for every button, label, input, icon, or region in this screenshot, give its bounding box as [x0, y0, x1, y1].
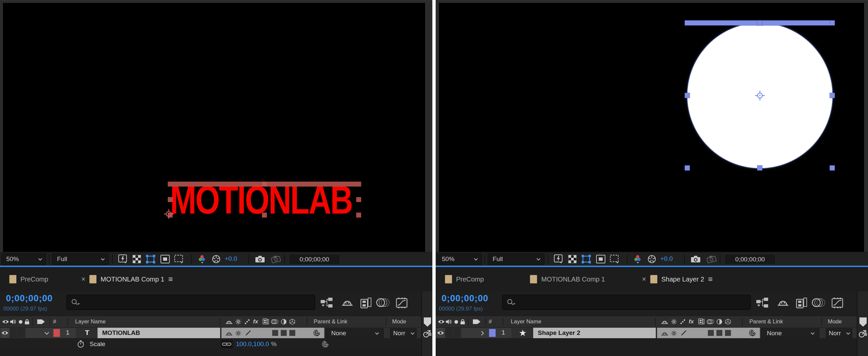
- fast-preview-icon[interactable]: [553, 254, 564, 264]
- snapshot-camera-icon[interactable]: [254, 254, 266, 264]
- collapse-switch-icon[interactable]: [235, 330, 241, 336]
- anchor-point-icon[interactable]: [163, 208, 175, 220]
- expand-chevron-icon[interactable]: [481, 331, 484, 336]
- channels-icon[interactable]: [633, 254, 643, 264]
- selection-handle[interactable]: [830, 21, 835, 25]
- 3d-switch[interactable]: [725, 330, 731, 336]
- close-tab-icon[interactable]: ×: [642, 275, 646, 284]
- selection-handle[interactable]: [356, 213, 361, 217]
- selection-handle[interactable]: [262, 182, 267, 186]
- comp-marker-icon[interactable]: [859, 329, 868, 338]
- constrain-proportions-icon[interactable]: [221, 340, 232, 349]
- tab-shape-layer-2[interactable]: × Shape Layer 2 ≡: [642, 267, 712, 293]
- mini-flowchart-icon[interactable]: [756, 297, 769, 308]
- close-tab-icon[interactable]: ×: [81, 275, 85, 284]
- layer-audio-cell[interactable]: [10, 328, 17, 338]
- effects-switch[interactable]: [708, 330, 714, 336]
- magnification-dropdown[interactable]: 50%: [437, 254, 482, 265]
- property-pickwhip-icon[interactable]: [322, 340, 329, 348]
- mask-visibility-icon[interactable]: [581, 254, 592, 264]
- exposure-value[interactable]: +0.0: [225, 255, 237, 262]
- motion-blur-switch[interactable]: [716, 330, 722, 336]
- layer-row[interactable]: 1 T MOTIONLAB None Norr: [0, 328, 421, 338]
- parent-dropdown[interactable]: None: [761, 328, 819, 338]
- exposure-value[interactable]: +0.0: [660, 255, 673, 262]
- expand-chevron-icon[interactable]: [44, 332, 50, 335]
- motion-blur-switch[interactable]: [281, 330, 287, 336]
- property-label[interactable]: Scale: [90, 340, 105, 348]
- eye-icon[interactable]: [1, 331, 8, 335]
- selection-handle[interactable]: [168, 197, 173, 202]
- show-snapshot-icon[interactable]: [706, 254, 717, 264]
- snapshot-camera-icon[interactable]: [690, 254, 701, 264]
- fast-preview-icon[interactable]: [117, 254, 128, 264]
- selection-handle[interactable]: [830, 93, 835, 98]
- layer-visibility-cell[interactable]: [1, 328, 9, 338]
- layer-lock-cell[interactable]: [18, 328, 25, 338]
- motion-blur-icon[interactable]: [376, 297, 390, 308]
- show-snapshot-icon[interactable]: [270, 254, 281, 264]
- parent-dropdown[interactable]: None: [326, 328, 383, 338]
- selection-handle[interactable]: [685, 166, 690, 171]
- tab-motionlab-comp-1[interactable]: × MOTIONLAB Comp 1 ≡: [81, 267, 172, 293]
- selection-handle[interactable]: [830, 166, 835, 171]
- channels-icon[interactable]: [197, 254, 207, 264]
- resolution-dropdown[interactable]: Full: [52, 254, 109, 265]
- layer-row[interactable]: 1 ★ Shape Layer 2 None Norr: [436, 328, 857, 338]
- guides-icon[interactable]: [159, 254, 171, 264]
- layer-visibility-cell[interactable]: [436, 328, 445, 338]
- comp-marker-icon[interactable]: [423, 329, 432, 338]
- selection-handle[interactable]: [685, 93, 690, 98]
- region-of-interest-icon[interactable]: [173, 254, 185, 264]
- layer-name-field[interactable]: MOTIONLAB: [97, 328, 220, 338]
- magnification-dropdown[interactable]: 50%: [1, 254, 46, 265]
- blend-mode-dropdown[interactable]: Norr: [826, 328, 852, 338]
- effects-switch[interactable]: [272, 330, 278, 336]
- search-box[interactable]: [502, 295, 751, 310]
- comp-marker-bin-icon[interactable]: [859, 317, 867, 327]
- selection-handle[interactable]: [262, 213, 267, 217]
- scale-value[interactable]: 100.0,100.0%: [236, 340, 277, 348]
- search-box[interactable]: [67, 295, 315, 310]
- layer-audio-cell[interactable]: [445, 328, 453, 338]
- collapse-switch-icon[interactable]: [671, 330, 677, 336]
- motion-blur-icon[interactable]: [811, 297, 826, 308]
- exposure-icon[interactable]: [647, 254, 656, 264]
- panel-menu-icon[interactable]: ≡: [708, 274, 712, 284]
- 3d-switch[interactable]: [289, 330, 295, 336]
- layer-lock-cell[interactable]: [454, 328, 461, 338]
- tab-precomp[interactable]: PreComp: [9, 267, 48, 291]
- current-time-display[interactable]: 0;00;00;00: [441, 293, 488, 304]
- graph-editor-icon[interactable]: [831, 297, 844, 308]
- tab-precomp[interactable]: PreComp: [445, 267, 484, 291]
- selection-handle[interactable]: [356, 182, 361, 186]
- selection-handle[interactable]: [757, 21, 762, 25]
- layer-name-field[interactable]: Shape Layer 2: [533, 328, 656, 338]
- guides-icon[interactable]: [595, 254, 606, 264]
- mask-visibility-icon[interactable]: [145, 254, 156, 264]
- parent-pickwhip-icon[interactable]: [313, 329, 320, 336]
- blend-mode-dropdown[interactable]: Norr: [390, 328, 416, 338]
- frame-blending-icon[interactable]: [360, 297, 372, 308]
- resolution-dropdown[interactable]: Full: [488, 254, 545, 265]
- mini-flowchart-icon[interactable]: [320, 297, 333, 308]
- tab-motionlab-comp-1[interactable]: MOTIONLAB Comp 1: [530, 267, 605, 291]
- shy-switch-icon[interactable]: [661, 331, 668, 336]
- selection-handle[interactable]: [757, 166, 762, 171]
- panel-menu-icon[interactable]: ≡: [168, 274, 173, 284]
- selection-handle[interactable]: [356, 197, 361, 202]
- search-input[interactable]: [83, 298, 295, 306]
- exposure-icon[interactable]: [212, 254, 221, 264]
- comp-marker-bin-icon[interactable]: [423, 317, 432, 327]
- anchor-point-icon[interactable]: [754, 90, 766, 101]
- current-time-display[interactable]: 0;00;00;00: [6, 293, 53, 304]
- shy-switch-icon[interactable]: [225, 331, 232, 336]
- parent-pickwhip-icon[interactable]: [749, 329, 756, 336]
- search-input[interactable]: [518, 298, 731, 306]
- frame-blending-icon[interactable]: [796, 297, 807, 308]
- shy-icon[interactable]: [341, 297, 353, 307]
- transparency-grid-icon[interactable]: [567, 254, 578, 264]
- viewer-timecode[interactable]: 0;00;00;00: [289, 254, 340, 265]
- region-of-interest-icon[interactable]: [609, 254, 620, 264]
- transparency-grid-icon[interactable]: [131, 254, 142, 264]
